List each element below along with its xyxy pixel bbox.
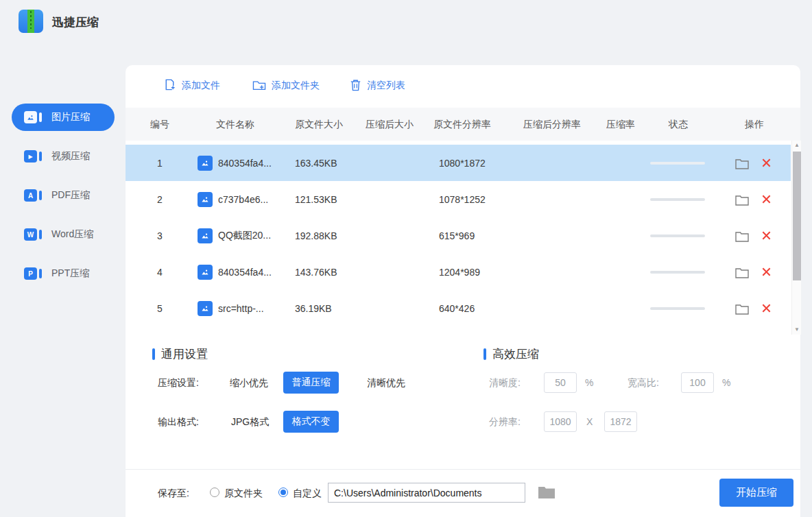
table-scrollbar[interactable]: ▲ ▼ — [791, 141, 801, 335]
open-folder-icon[interactable] — [735, 302, 750, 315]
progress-bar — [650, 162, 705, 165]
progress-bar — [650, 307, 705, 310]
general-settings-title: 通用设置 — [152, 346, 208, 362]
progress-bar — [650, 235, 705, 237]
col-no: 编号 — [146, 119, 174, 131]
sidebar-item-image-compress[interactable]: 图片压缩 — [12, 104, 115, 131]
trash-icon — [350, 79, 361, 93]
section-tick — [152, 348, 155, 360]
sidebar-item-pdf-compress[interactable]: A PDF压缩 — [12, 182, 115, 209]
aspect-input[interactable] — [681, 372, 714, 393]
image-file-icon — [198, 301, 213, 316]
aspect-percent: % — [722, 377, 730, 388]
sidebar-item-label: PDF压缩 — [51, 189, 90, 202]
resolution-x: X — [586, 416, 593, 427]
option-jpg-format[interactable]: JPG格式 — [231, 416, 269, 429]
col-comp-res: 压缩后分辨率 — [523, 119, 581, 131]
row-number: 2 — [146, 194, 174, 205]
sidebar-item-word-compress[interactable]: W Word压缩 — [12, 221, 115, 248]
delete-icon[interactable] — [761, 230, 772, 241]
col-orig-res: 原文件分辨率 — [433, 119, 491, 131]
option-shrink-first[interactable]: 缩小优先 — [230, 377, 268, 389]
video-icon: ▶ — [24, 149, 43, 163]
scroll-up-icon[interactable]: ▲ — [792, 141, 802, 150]
add-file-button[interactable]: 添加文件 — [163, 76, 220, 95]
table-header: 编号 文件名称 原文件大小 压缩后大小 原文件分辨率 压缩后分辨率 压缩率 状态… — [126, 108, 800, 141]
open-folder-icon[interactable] — [735, 156, 750, 170]
open-folder-icon[interactable] — [735, 265, 750, 279]
ppt-icon: P — [24, 267, 43, 280]
open-folder-icon[interactable] — [735, 193, 750, 206]
option-clarity-first[interactable]: 清晰优先 — [367, 377, 405, 389]
radio-custom[interactable] — [278, 488, 288, 497]
clarity-input[interactable] — [544, 372, 577, 393]
progress-bar — [650, 198, 705, 201]
col-comp-size: 压缩后大小 — [366, 119, 414, 131]
efficient-compress-title: 高效压缩 — [483, 346, 539, 362]
scrollbar-thumb[interactable] — [793, 152, 801, 280]
main-panel: 添加文件 添加文件夹 清空列表 编号 文件名称 原文件大小 压缩后大小 原文件分… — [126, 65, 800, 517]
option-normal-compress[interactable]: 普通压缩 — [283, 372, 339, 394]
file-resolution: 640*426 — [439, 303, 475, 314]
file-resolution: 1080*1872 — [439, 158, 486, 169]
row-number: 4 — [146, 267, 174, 278]
table-row[interactable]: 1 840354fa4... 163.45KB 1080*1872 — [126, 145, 791, 181]
scroll-down-icon[interactable]: ▼ — [792, 325, 802, 335]
file-size: 143.76KB — [295, 267, 337, 278]
file-plus-icon — [163, 78, 176, 93]
start-compress-button[interactable]: 开始压缩 — [719, 479, 793, 507]
file-name: c737b4e6... — [218, 194, 290, 205]
zipper-icon — [27, 10, 34, 33]
pdf-icon: A — [24, 189, 43, 202]
file-list: 1 840354fa4... 163.45KB 1080*1872 2 c737… — [126, 141, 791, 335]
file-resolution: 615*969 — [439, 230, 475, 241]
col-orig-size: 原文件大小 — [295, 119, 343, 131]
resolution-width-input[interactable] — [544, 411, 577, 432]
sidebar-item-label: 图片压缩 — [51, 111, 90, 123]
word-icon: W — [24, 228, 43, 241]
browse-folder-icon[interactable] — [538, 485, 555, 498]
image-file-icon — [198, 228, 213, 243]
file-name: 840354fa4... — [218, 158, 290, 169]
file-resolution: 1078*1252 — [439, 194, 486, 205]
delete-icon[interactable] — [761, 158, 772, 169]
save-path-input[interactable] — [328, 483, 525, 503]
save-to-label: 保存至: — [158, 488, 189, 500]
radio-custom-label[interactable]: 自定义 — [293, 488, 322, 500]
footer-divider — [126, 469, 800, 470]
delete-icon[interactable] — [761, 194, 772, 205]
app-title: 迅捷压缩 — [52, 14, 99, 30]
file-size: 163.45KB — [295, 158, 337, 169]
radio-original-label[interactable]: 原文件夹 — [224, 488, 263, 500]
sidebar-item-label: Word压缩 — [51, 228, 93, 241]
radio-original-folder[interactable] — [210, 488, 219, 497]
resolution-height-input[interactable] — [604, 411, 637, 432]
col-name: 文件名称 — [216, 119, 254, 131]
table-row[interactable]: 2 c737b4e6... 121.53KB 1078*1252 — [126, 181, 791, 217]
sidebar-item-ppt-compress[interactable]: P PPT压缩 — [12, 260, 115, 287]
sidebar-item-label: PPT压缩 — [51, 267, 89, 280]
delete-icon[interactable] — [761, 303, 772, 314]
image-file-icon — [198, 265, 213, 280]
app-logo — [19, 10, 43, 33]
delete-icon[interactable] — [761, 267, 772, 278]
clear-list-button[interactable]: 清空列表 — [350, 76, 405, 95]
add-folder-button[interactable]: 添加文件夹 — [252, 76, 320, 95]
sidebar-item-label: 视频压缩 — [51, 150, 90, 163]
aspect-label: 宽高比: — [628, 377, 659, 389]
image-file-icon — [198, 156, 213, 171]
table-row[interactable]: 3 QQ截图20... 192.88KB 615*969 — [126, 217, 791, 254]
row-number: 5 — [146, 303, 174, 314]
open-folder-icon[interactable] — [735, 229, 750, 243]
file-size: 192.88KB — [295, 230, 337, 241]
table-row[interactable]: 4 840354fa4... 143.76KB 1204*989 — [126, 254, 791, 290]
section-tick — [483, 348, 486, 360]
file-resolution: 1204*989 — [439, 267, 480, 278]
sidebar-item-video-compress[interactable]: ▶ 视频压缩 — [12, 143, 115, 170]
option-keep-format[interactable]: 格式不变 — [283, 411, 339, 433]
row-number: 1 — [146, 158, 174, 169]
file-name: 840354fa4... — [218, 267, 290, 278]
table-row[interactable]: 5 src=http-... 36.19KB 640*426 — [126, 290, 791, 326]
file-name: src=http-... — [218, 303, 290, 314]
folder-plus-icon — [252, 79, 266, 93]
